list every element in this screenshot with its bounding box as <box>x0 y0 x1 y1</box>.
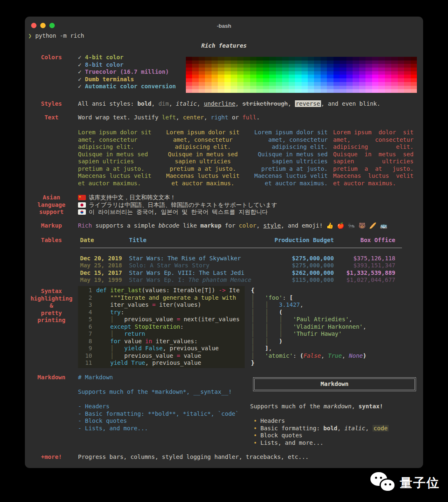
code-snippet: 1def iter_last(values: Iterable[T]) -> I… <box>78 286 245 368</box>
prompt-command: python -m rich <box>35 32 84 39</box>
lorem-column-left: Lorem ipsum dolor sitamet, consecteturad… <box>333 129 416 187</box>
asian-language-lines: 该库支持中文，日文和韩文文本！ライブラリは中国語、日本語、韓国語のテキストをサポ… <box>78 194 278 216</box>
table-row: Dec 15, 2017Star Wars Ep. VIII: The Last… <box>80 269 402 277</box>
color-spectrum-swatch <box>186 57 417 93</box>
window-title: -bash <box>25 22 423 30</box>
styles-demo-line: All ansi styles: bold, dim, italic, unde… <box>78 100 380 108</box>
section-label-tables: Tables <box>25 237 78 244</box>
section-label-markdown: Markdown <box>25 374 78 381</box>
pretty-printed-dict: {│ 'foo': [│ │ 3.1427,│ │ (│ │ │ 'Paul A… <box>251 287 366 367</box>
section-label-text: Text <box>25 114 78 121</box>
wechat-logo-icon <box>370 471 396 495</box>
qbitai-watermark: 量子位 <box>370 471 440 495</box>
watermark-text: 量子位 <box>400 475 440 492</box>
table-header-rule <box>80 247 402 255</box>
prompt-line: ❯ python -m rich <box>28 32 84 40</box>
table-row: May 25, 2018Solo: A Star Wars Story$275,… <box>80 262 402 269</box>
colors-checklist: ✓ 4-bit color✓ 8-bit color✓ Truecolor (1… <box>78 54 176 90</box>
table-row: DateTitleProduction BudgetBox Office <box>80 237 402 244</box>
terminal-window: -bash ❯ python -m rich Rich features Col… <box>25 17 423 468</box>
lorem-column-left: Lorem ipsum dolor sitamet, consecteturad… <box>78 129 157 187</box>
more-features-line: Progress bars, columns, styled logging h… <box>78 453 309 461</box>
table-row: May 19, 1999Star Wars Ep. I: The phantom… <box>80 276 402 284</box>
lorem-columns: Lorem ipsum dolor sitamet, consecteturad… <box>78 129 416 187</box>
text-demo-line: Word wrap text. Justify left, center, ri… <box>78 114 260 121</box>
section-label-syntax: Syntaxhighlighting&prettyprinting <box>25 288 78 324</box>
markdown-heading-box: Markdown <box>253 377 416 391</box>
lorem-column-right: Lorem ipsum dolor sitamet, consecteturad… <box>249 129 328 187</box>
flag-cn-icon <box>78 195 86 200</box>
markup-demo-line: Rich supports a simple bbcode like marku… <box>78 222 387 230</box>
markdown-source: # MarkdownSupports much of the *markdown… <box>78 374 239 432</box>
table-row: Dec 20, 2019Star Wars: The Rise of Skywa… <box>80 255 402 262</box>
page-title: Rich features <box>25 42 423 50</box>
markdown-rendered-intro: Supports much of the markdown, syntax! <box>250 403 383 410</box>
section-label-more: +more! <box>25 453 78 461</box>
flag-jp-icon <box>78 202 86 208</box>
section-label-colors: Colors <box>25 54 78 61</box>
lorem-column-center: Lorem ipsum dolor sitamet, consecteturad… <box>162 129 243 187</box>
section-label-markup: Markup <box>25 222 78 230</box>
markdown-rendered-bullets: • Headers• Basic formatting: bold, itali… <box>253 417 389 446</box>
movies-table: DateTitleProduction BudgetBox OfficeDec … <box>80 237 402 284</box>
section-label-asian: Asianlanguagesupport <box>25 194 78 216</box>
section-label-styles: Styles <box>25 100 78 108</box>
flag-kr-icon <box>78 209 86 215</box>
